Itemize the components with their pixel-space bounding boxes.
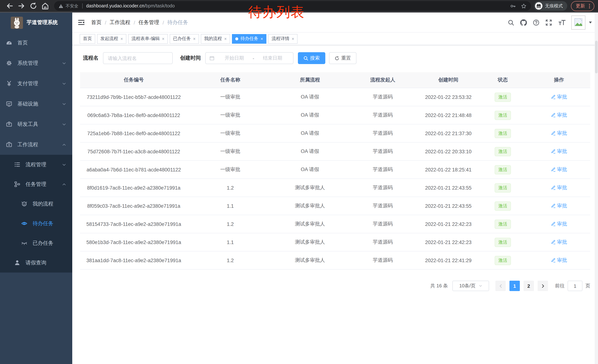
help-icon[interactable] [533, 19, 540, 26]
reset-button[interactable]: 重置 [329, 52, 357, 64]
sidebar-item-5[interactable]: 工作流程 [0, 134, 72, 155]
active-dot [235, 37, 238, 40]
tag-1[interactable]: 发起流程× [97, 34, 126, 43]
caret-down-icon[interactable] [588, 20, 592, 24]
infra-icon [6, 101, 12, 107]
approve-link[interactable]: 审批 [551, 202, 567, 209]
search-icon[interactable] [507, 19, 514, 26]
process-starter: 芋道源码 [347, 166, 419, 173]
approve-label: 审批 [557, 112, 567, 119]
prev-page-button[interactable] [495, 281, 506, 291]
close-icon[interactable]: × [291, 36, 294, 41]
approve-link[interactable]: 审批 [551, 166, 567, 173]
sidebar-menu: 首页系统管理支付管理基础设施研发工具工作流程流程管理任务管理我的流程待办任务已办… [0, 32, 72, 273]
tag-0[interactable]: 首页 [80, 34, 95, 43]
star-icon[interactable] [521, 3, 526, 9]
create-time-range[interactable]: 开始日期 - 结束日期 [205, 52, 293, 64]
approve-link[interactable]: 审批 [551, 239, 567, 245]
home-icon[interactable] [41, 2, 49, 10]
sidebar-item-3[interactable]: 基础设施 [0, 94, 72, 114]
process-starter: 芋道源码 [347, 257, 419, 264]
status-badge: 激活 [495, 238, 511, 247]
start-date-placeholder[interactable]: 开始日期 [217, 55, 251, 61]
process-starter: 芋道源码 [347, 148, 419, 155]
process-starter: 芋道源码 [347, 112, 419, 119]
approve-link[interactable]: 审批 [551, 221, 567, 227]
approve-link[interactable]: 审批 [551, 130, 567, 137]
close-icon[interactable]: × [260, 36, 263, 41]
key-icon[interactable] [510, 3, 516, 9]
avatar[interactable] [571, 15, 585, 29]
task-name: 一级审批 [187, 148, 273, 155]
update-button[interactable]: 更新 [571, 1, 594, 11]
tag-5[interactable]: 待办任务× [232, 34, 266, 43]
status-badge: 激活 [495, 183, 511, 192]
status-badge: 激活 [495, 147, 511, 156]
page-size-value: 10条/页 [459, 283, 475, 289]
back-icon[interactable] [6, 2, 14, 10]
reload-icon[interactable] [29, 2, 37, 10]
app-title: 芋道管理系统 [27, 19, 58, 26]
github-icon[interactable] [520, 19, 527, 26]
close-icon[interactable]: × [193, 36, 196, 41]
approve-link[interactable]: 审批 [551, 184, 567, 191]
close-icon[interactable]: × [224, 36, 227, 41]
sidebar-item-9[interactable]: 待办任务 [0, 214, 72, 233]
tag-4[interactable]: 我的流程× [201, 34, 230, 43]
forward-icon[interactable] [17, 2, 25, 10]
status-badge: 激活 [495, 201, 511, 210]
sidebar-item-6[interactable]: 流程管理 [0, 155, 72, 174]
create-time: 2022-01-22 20:33:10 [419, 149, 478, 154]
page-size-select[interactable]: 10条/页 [452, 281, 489, 291]
approve-link[interactable]: 审批 [551, 94, 567, 100]
my-process-icon [21, 201, 27, 207]
yen-icon [6, 80, 12, 87]
font-size-icon[interactable] [558, 19, 566, 26]
breadcrumb-workflow[interactable]: 工作流程 [110, 19, 130, 26]
table-row: 580e1b3d-7ac8-11ec-a9e2-a2380e71991a1.1测… [80, 233, 590, 251]
chevron-down-icon [62, 61, 66, 65]
scrollbar[interactable] [595, 13, 598, 364]
sidebar-item-4[interactable]: 研发工具 [0, 114, 72, 134]
create-time: 2022-01-22 18:25:41 [419, 167, 478, 172]
url-domain: dashboard.yudao.iocoder.cn [86, 3, 144, 8]
approve-link[interactable]: 审批 [551, 112, 567, 119]
tag-3[interactable]: 已办任务× [170, 34, 199, 43]
sidebar-item-8[interactable]: 我的流程 [0, 194, 72, 214]
approve-link[interactable]: 审批 [551, 148, 567, 155]
kebab-menu-icon[interactable] [588, 3, 591, 9]
process-name: OA 请假 [273, 166, 347, 173]
sidebar-item-10[interactable]: 已办任务 [0, 233, 72, 253]
search-button[interactable]: 搜索 [298, 52, 325, 64]
page-button-1[interactable]: 1 [509, 281, 520, 291]
tag-6[interactable]: 流程详情× [268, 34, 298, 43]
sidebar-item-2[interactable]: 支付管理 [0, 73, 72, 94]
breadcrumb-home[interactable]: 首页 [91, 19, 101, 26]
hamburger-icon[interactable] [78, 19, 85, 26]
fullscreen-icon[interactable] [545, 19, 552, 26]
approve-link[interactable]: 审批 [551, 257, 567, 264]
sidebar-item-1[interactable]: 系统管理 [0, 53, 72, 73]
next-page-button[interactable] [538, 281, 548, 291]
tag-2[interactable]: 流程表单-编辑× [128, 34, 168, 43]
close-icon[interactable]: × [120, 36, 123, 41]
logo[interactable]: 芋道管理系统 [0, 13, 72, 32]
process-name: 测试多审批人 [273, 202, 347, 209]
edit-icon [551, 149, 556, 154]
goto-page-input[interactable] [568, 281, 582, 291]
page-button-2[interactable]: 2 [523, 281, 534, 291]
process-name-input[interactable] [103, 52, 173, 64]
sidebar-item-0[interactable]: 首页 [0, 32, 72, 53]
breadcrumb: 首页 / 工作流程 / 任务管理 / 待办任务 [91, 19, 188, 26]
sidebar-item-7[interactable]: 任务管理 [0, 174, 72, 194]
end-date-placeholder[interactable]: 结束日期 [256, 55, 289, 61]
chevron-down-icon [62, 162, 66, 167]
close-icon[interactable]: × [162, 36, 165, 41]
table-row: 8f059c03-7ac8-11ec-a9e2-a2380e71991a1.1测… [80, 197, 590, 215]
breadcrumb-task-mgmt[interactable]: 任务管理 [139, 19, 159, 26]
screen: 不安全 dashboard.yudao.iocoder.cn/bpm/task/… [0, 0, 598, 364]
address-bar[interactable]: 不安全 dashboard.yudao.iocoder.cn/bpm/task/… [54, 1, 531, 11]
security-label[interactable]: 不安全 [66, 3, 78, 9]
scrollbar-thumb[interactable] [595, 41, 598, 73]
sidebar-item-11[interactable]: 请假查询 [0, 253, 72, 273]
